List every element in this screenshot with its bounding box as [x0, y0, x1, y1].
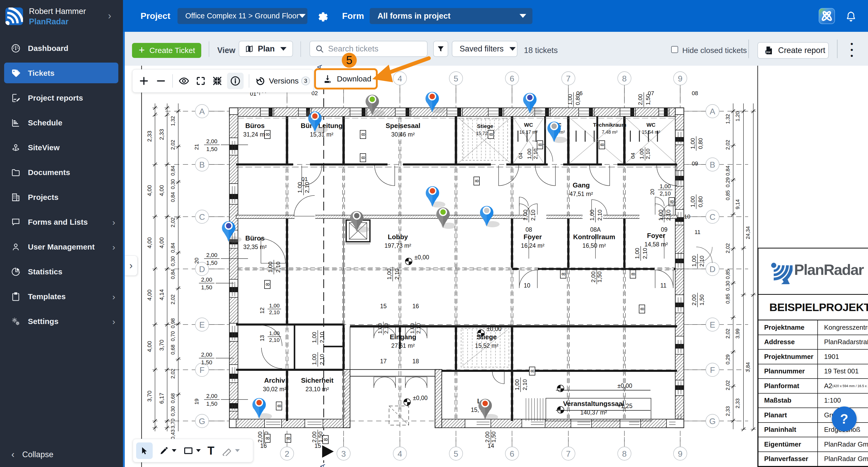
svg-text:08: 08	[525, 226, 532, 233]
svg-text:0,29: 0,29	[725, 177, 731, 187]
svg-text:09: 09	[692, 160, 698, 167]
svg-text:A - A: A - A	[319, 464, 327, 467]
svg-text:3,70: 3,70	[146, 391, 153, 402]
svg-text:3,70: 3,70	[170, 419, 176, 429]
svg-text:F: F	[199, 366, 205, 375]
svg-text:2,02: 2,02	[170, 140, 176, 150]
svg-text:47,51 m²: 47,51 m²	[570, 191, 593, 197]
svg-text:1,00: 1,00	[297, 182, 303, 193]
svg-text:10: 10	[524, 282, 530, 289]
svg-text:2,02: 2,02	[725, 140, 731, 150]
svg-text:1,50: 1,50	[490, 432, 497, 443]
svg-text:Archiv: Archiv	[264, 377, 285, 384]
svg-text:2,10: 2,10	[319, 332, 325, 343]
svg-text:2,02: 2,02	[725, 329, 731, 339]
svg-text:0,84: 0,84	[170, 269, 176, 279]
svg-text:4,00: 4,00	[146, 341, 153, 352]
svg-text:WC: WC	[647, 122, 656, 128]
svg-text:08: 08	[692, 90, 698, 96]
svg-text:Sicherheit: Sicherheit	[301, 377, 334, 384]
svg-text:1,00: 1,00	[409, 323, 415, 334]
svg-text:0,80: 0,80	[697, 138, 704, 149]
svg-text:0,80: 0,80	[697, 196, 704, 207]
svg-text:3,84: 3,84	[745, 362, 751, 372]
svg-text:8: 8	[276, 404, 282, 407]
svg-text:2,33: 2,33	[146, 131, 153, 142]
svg-text:2,02: 2,02	[170, 369, 176, 379]
svg-text:30,46 m²: 30,46 m²	[392, 131, 415, 138]
svg-text:1,50: 1,50	[207, 401, 218, 407]
svg-text:4,00: 4,00	[146, 237, 153, 249]
svg-text:0,43: 0,43	[170, 430, 176, 440]
svg-text:21: 21	[193, 144, 199, 150]
svg-text:0,68: 0,68	[170, 345, 176, 355]
svg-text:1,00: 1,00	[689, 196, 696, 207]
svg-text:8: 8	[622, 74, 627, 83]
svg-text:0,84: 0,84	[170, 243, 176, 253]
svg-text:14,58 m²: 14,58 m²	[645, 241, 668, 248]
svg-text:16,50 m²: 16,50 m²	[583, 242, 606, 249]
svg-text:±0,00: ±0,00	[617, 382, 632, 389]
svg-text:1,00: 1,00	[522, 210, 529, 221]
svg-text:7: 7	[566, 74, 571, 83]
svg-text:8: 8	[622, 449, 627, 459]
svg-text:15,54 m²: 15,54 m²	[642, 129, 660, 135]
svg-text:0,80: 0,80	[575, 94, 581, 105]
svg-text:2,10: 2,10	[660, 190, 671, 197]
svg-text:Eingang: Eingang	[390, 333, 416, 341]
svg-text:6: 6	[510, 449, 514, 459]
svg-text:31,24 m²: 31,24 m²	[243, 131, 267, 138]
svg-text:1,50: 1,50	[201, 359, 212, 366]
svg-text:8: 8	[561, 272, 566, 275]
svg-text:1,00: 1,00	[514, 379, 520, 390]
svg-text:0,98: 0,98	[170, 318, 176, 328]
svg-text:2: 2	[285, 449, 289, 459]
svg-text:2,10: 2,10	[319, 354, 325, 365]
svg-text:1,50: 1,50	[699, 294, 705, 305]
svg-text:8: 8	[323, 438, 329, 441]
svg-text:B: B	[199, 160, 205, 169]
svg-text:1,00: 1,00	[311, 354, 317, 365]
svg-text:0,30: 0,30	[725, 281, 731, 291]
svg-text:1,50: 1,50	[596, 271, 603, 283]
svg-text:2,00: 2,00	[201, 276, 212, 283]
svg-text:2,10: 2,10	[304, 182, 310, 193]
svg-text:5: 5	[454, 449, 458, 459]
svg-text:4,00: 4,00	[146, 185, 153, 196]
svg-text:Speisesaal: Speisesaal	[386, 122, 420, 129]
svg-text:1,50: 1,50	[645, 94, 651, 105]
svg-text:15: 15	[380, 303, 387, 310]
svg-text:Büros: Büros	[245, 122, 265, 129]
svg-text:8: 8	[265, 437, 271, 440]
svg-text:13: 13	[259, 335, 265, 341]
svg-text:8: 8	[488, 133, 494, 136]
svg-text:16: 16	[260, 442, 267, 449]
svg-text:2,10: 2,10	[642, 248, 648, 259]
svg-text:A: A	[710, 107, 715, 116]
svg-text:30,02 m²: 30,02 m²	[263, 386, 286, 392]
svg-text:D: D	[199, 265, 205, 274]
svg-text:2,00: 2,00	[484, 432, 491, 443]
svg-text:0,85: 0,85	[725, 269, 731, 279]
svg-text:140,37 m²: 140,37 m²	[580, 409, 607, 416]
svg-text:8: 8	[361, 133, 366, 136]
svg-text:2,10: 2,10	[530, 210, 536, 221]
svg-text:2,02: 2,02	[725, 243, 731, 254]
svg-text:18: 18	[412, 358, 419, 364]
svg-text:0,85: 0,85	[725, 190, 731, 200]
svg-text:G: G	[709, 416, 716, 426]
svg-text:8: 8	[530, 370, 535, 372]
svg-text:1,00: 1,00	[267, 262, 274, 273]
svg-text:2,10: 2,10	[383, 323, 389, 334]
svg-text:±0,00: ±0,00	[413, 395, 428, 401]
svg-text:16,24 m²: 16,24 m²	[521, 242, 545, 249]
svg-text:0,84: 0,84	[170, 192, 176, 202]
svg-text:2,10: 2,10	[269, 337, 280, 343]
svg-text:1,00: 1,00	[634, 248, 641, 259]
svg-text:1,50: 1,50	[207, 260, 218, 266]
svg-text:1,20: 1,20	[735, 112, 740, 121]
svg-text:1,32: 1,32	[725, 114, 731, 124]
svg-text:8: 8	[265, 283, 271, 286]
svg-text:2,00: 2,00	[691, 294, 697, 305]
svg-text:Foyer: Foyer	[524, 233, 542, 241]
